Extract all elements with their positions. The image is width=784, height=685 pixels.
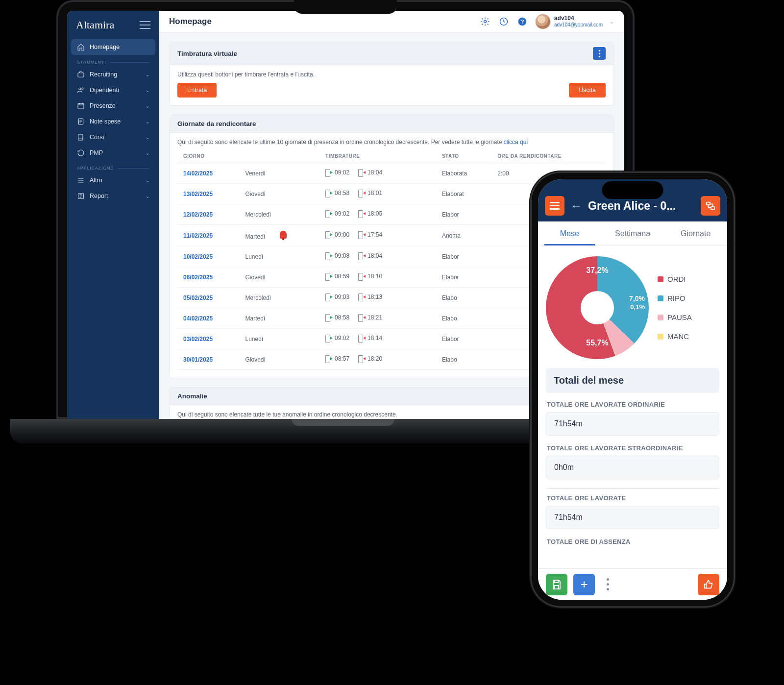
stat-label: TOTALE ORE LAVORATE STRAORDINARIE — [547, 444, 718, 452]
legend-swatch — [658, 276, 663, 282]
alert-icon — [280, 231, 287, 239]
add-button[interactable]: + — [573, 574, 595, 595]
help-icon[interactable]: ? — [517, 16, 528, 27]
clock-in-icon — [325, 314, 332, 321]
date-link[interactable]: 10/02/2025 — [183, 253, 213, 260]
nav-item-notespese[interactable]: Note spese ⌄ — [71, 114, 155, 129]
col-giorno: GIORNO — [177, 149, 239, 163]
clock-out-icon — [358, 252, 365, 259]
nav-item-report[interactable]: Report ⌄ — [71, 188, 155, 204]
clock-in-icon — [325, 169, 332, 176]
status-cell: Elaborata — [436, 163, 491, 184]
uscita-button[interactable]: Uscita — [569, 83, 606, 98]
tab-giornate[interactable]: Giornate — [664, 221, 727, 245]
status-cell: Elabo — [436, 349, 491, 370]
chevron-down-icon: ⌄ — [610, 19, 614, 25]
date-link[interactable]: 06/02/2025 — [183, 274, 213, 281]
panel-title: Anomalie — [177, 392, 207, 400]
approve-button[interactable] — [698, 574, 719, 595]
donut-label-ordi: 55,7% — [586, 339, 608, 347]
dow-cell: Venerdì — [239, 163, 319, 184]
nav-label: Presenze — [90, 102, 116, 109]
nav-label: Dipendenti — [90, 87, 119, 94]
col-timbrature: TIMBRATURE — [319, 149, 436, 163]
chevron-down-icon: ⌄ — [146, 194, 149, 199]
user-text: adv104 adv104@yopmail.com — [554, 15, 603, 27]
date-link[interactable]: 12/02/2025 — [183, 211, 213, 218]
donut-label-pausa: 7,0% — [629, 294, 645, 302]
panel-head: Giornate da rendicontare — [170, 115, 613, 133]
date-link[interactable]: 03/02/2025 — [183, 336, 213, 342]
date-link[interactable]: 30/01/2025 — [183, 356, 213, 363]
save-button[interactable] — [546, 574, 567, 595]
user-menu[interactable]: adv104 adv104@yopmail.com ⌄ — [536, 14, 614, 29]
tab-settimana[interactable]: Settimana — [601, 221, 664, 245]
date-link[interactable]: 13/02/2025 — [183, 191, 213, 197]
legend-item: RIPO — [658, 294, 692, 302]
timbrature-cell: 09:0818:04 — [319, 246, 436, 267]
chevron-down-icon: ⌄ — [146, 150, 149, 156]
clock-icon[interactable] — [498, 16, 509, 27]
mobile-title: Green Alice - 0... — [588, 199, 695, 213]
more-button[interactable] — [601, 578, 614, 590]
brand-row: Altamira — [67, 11, 159, 37]
date-link[interactable]: 05/02/2025 — [183, 294, 213, 301]
status-cell: Elabor — [436, 246, 491, 267]
chevron-down-icon: ⌄ — [146, 72, 149, 77]
stat-label: TOTALE ORE LAVORATE — [547, 494, 718, 502]
legend-swatch — [658, 295, 663, 301]
settings-icon[interactable] — [480, 16, 490, 27]
topbar-right: ? adv104 adv104@yopmail.com ⌄ — [480, 14, 614, 29]
timbrature-cell: 09:0017:54 — [319, 225, 436, 246]
panel-menu-button[interactable] — [593, 47, 606, 60]
status-cell: Elabor — [436, 204, 491, 225]
panel-title: Giornate da rendicontare — [177, 120, 256, 127]
svg-rect-11 — [711, 207, 714, 210]
date-link[interactable]: 04/02/2025 — [183, 315, 213, 322]
clock-out-icon — [358, 231, 365, 238]
nav-item-corsi[interactable]: Corsi ⌄ — [71, 129, 155, 145]
sidebar-toggle-icon[interactable] — [140, 21, 150, 29]
chart-legend: ORDIRIPOPAUSAMANC — [658, 275, 692, 341]
sidebar: Altamira Homepage STRUMENTI Recruiting ⌄ — [67, 11, 159, 419]
panel-timbratura: Timbratura virtuale Utilizza questi bott… — [169, 42, 614, 106]
clock-in-icon — [325, 273, 332, 280]
nav-item-presenze[interactable]: Presenze ⌄ — [71, 98, 155, 114]
tab-mese[interactable]: Mese — [538, 221, 601, 245]
divider — [546, 488, 719, 489]
dow-cell: Lunedì — [239, 246, 319, 267]
nav-item-pmp[interactable]: PMP ⌄ — [71, 145, 155, 161]
legend-swatch — [658, 334, 663, 340]
stat-label: TOTALE ORE DI ASSENZA — [547, 538, 718, 545]
mobile-action-button[interactable] — [701, 196, 720, 216]
button-row: Entrata Uscita — [177, 83, 606, 98]
legend-item: ORDI — [658, 275, 692, 283]
legend-swatch — [658, 315, 663, 320]
nav-item-recruiting[interactable]: Recruiting ⌄ — [71, 67, 155, 82]
mobile-body: 37,2% 55,7% 7,0% 0,1% ORDIRIPOPAUSAMANC … — [538, 245, 727, 568]
clock-out-icon — [358, 294, 365, 300]
dow-cell: Mercoledì — [239, 288, 319, 308]
book-icon — [77, 133, 85, 141]
date-link[interactable]: 14/02/2025 — [183, 170, 213, 177]
donut-chart: 37,2% 55,7% 7,0% 0,1% — [546, 256, 649, 359]
dow-cell: Lunedì — [239, 329, 319, 349]
nav: Homepage STRUMENTI Recruiting ⌄ Dipenden… — [67, 37, 159, 206]
tabs: Mese Settimana Giornate — [538, 221, 727, 245]
nav-label: PMP — [90, 149, 103, 156]
nav-item-homepage[interactable]: Homepage — [71, 39, 155, 55]
date-link[interactable]: 11/02/2025 — [183, 232, 213, 239]
clock-out-icon — [358, 273, 365, 280]
legend-label: ORDI — [667, 275, 686, 283]
nav-label: Report — [90, 193, 108, 199]
nav-item-altro[interactable]: Altro ⌄ — [71, 172, 155, 188]
link-clicca-qui[interactable]: clicca qui — [504, 139, 528, 146]
timbrature-cell: 09:0318:13 — [319, 288, 436, 308]
mobile-menu-button[interactable] — [545, 196, 564, 216]
nav-item-dipendenti[interactable]: Dipendenti ⌄ — [71, 82, 155, 98]
back-icon[interactable]: ← — [570, 199, 582, 213]
entrata-button[interactable]: Entrata — [177, 83, 217, 98]
col-ore: ORE DA RENDICONTARE — [491, 149, 606, 163]
chevron-down-icon: ⌄ — [146, 178, 149, 183]
user-email: adv104@yopmail.com — [554, 22, 603, 28]
